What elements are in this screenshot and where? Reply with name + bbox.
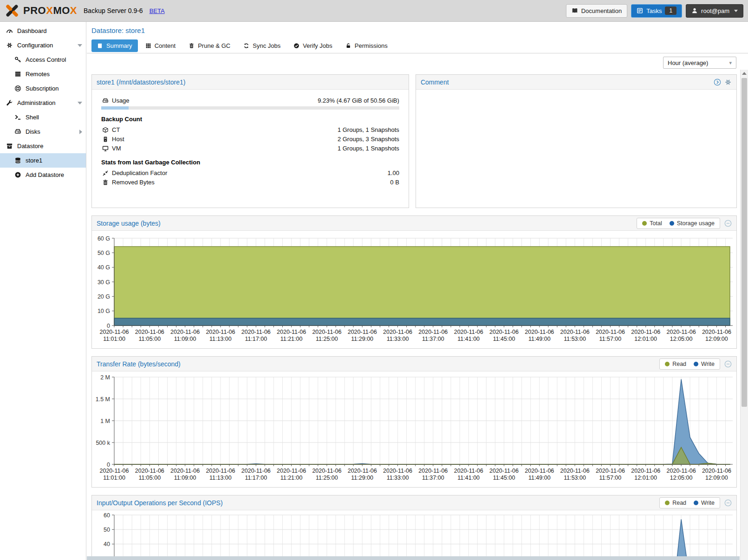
- vertical-scrollbar[interactable]: [740, 70, 748, 560]
- svg-text:11:41:00: 11:41:00: [457, 336, 480, 342]
- tab-summary[interactable]: Summary: [91, 39, 138, 52]
- scrollbar-thumb[interactable]: [741, 78, 747, 407]
- legend-entry-write[interactable]: Write: [694, 500, 715, 506]
- caret-right-icon[interactable]: [79, 130, 82, 134]
- svg-text:2020-11-06: 2020-11-06: [135, 329, 164, 335]
- svg-text:11:29:00: 11:29:00: [351, 336, 373, 342]
- caret-down-icon[interactable]: [78, 102, 82, 104]
- hdd-icon: [101, 98, 109, 104]
- legend-dot-icon: [665, 501, 670, 505]
- svg-text:12:01:00: 12:01:00: [634, 475, 657, 481]
- stat-label: Removed Bytes: [112, 179, 155, 186]
- user-menu-button[interactable]: root@pam: [686, 4, 743, 18]
- svg-text:11:17:00: 11:17:00: [245, 475, 267, 481]
- legend-entry-storage-usage[interactable]: Storage usage: [670, 220, 715, 227]
- archive-icon: [5, 143, 13, 150]
- svg-text:11:45:00: 11:45:00: [493, 475, 515, 481]
- legend-label: Write: [701, 500, 715, 506]
- tab-label: Summary: [106, 42, 132, 49]
- svg-text:2020-11-06: 2020-11-06: [631, 329, 660, 335]
- sidebar-item-remotes[interactable]: Remotes: [0, 67, 86, 81]
- tab-prune-gc[interactable]: Prune & GC: [183, 39, 236, 52]
- stat-value: 1 Groups, 1 Snapshots: [338, 126, 399, 133]
- legend-dot-icon: [670, 221, 674, 226]
- datastore-summary-panel: store1 (/mnt/datastores/store1) Usage 9.…: [91, 74, 409, 208]
- svg-text:50: 50: [104, 527, 110, 533]
- horizontal-scrollbar[interactable]: [87, 556, 740, 560]
- grid-icon: [145, 43, 151, 49]
- legend-entry-write[interactable]: Write: [694, 361, 715, 367]
- main-content: Datastore: store1 SummaryContentPrune & …: [87, 22, 748, 560]
- svg-text:11:01:00: 11:01:00: [103, 336, 125, 342]
- svg-text:11:21:00: 11:21:00: [280, 336, 303, 342]
- tab-permissions[interactable]: Permissions: [340, 39, 393, 52]
- svg-text:2020-11-06: 2020-11-06: [241, 468, 271, 474]
- server-icon: [101, 136, 109, 143]
- svg-text:2020-11-06: 2020-11-06: [596, 468, 625, 474]
- svg-text:2020-11-06: 2020-11-06: [170, 468, 200, 474]
- user-icon: [691, 7, 698, 14]
- svg-text:12:09:00: 12:09:00: [705, 336, 728, 342]
- legend-entry-total[interactable]: Total: [642, 220, 662, 227]
- legend-dot-icon: [642, 221, 647, 226]
- svg-text:2020-11-06: 2020-11-06: [277, 329, 306, 335]
- svg-text:11:45:00: 11:45:00: [493, 336, 515, 342]
- tab-label: Prune & GC: [198, 42, 230, 49]
- sidebar-item-subscription[interactable]: Subscription: [0, 81, 86, 96]
- chevron-right-circle-icon[interactable]: [714, 78, 721, 86]
- svg-text:11:21:00: 11:21:00: [280, 475, 303, 481]
- sidebar-item-label: store1: [26, 157, 42, 164]
- sidebar-item-disks[interactable]: Disks: [0, 124, 86, 139]
- sidebar-item-datastore[interactable]: Datastore: [0, 139, 86, 153]
- svg-text:10 G: 10 G: [98, 308, 110, 314]
- svg-text:2020-11-06: 2020-11-06: [99, 468, 129, 474]
- book-icon: [572, 7, 578, 14]
- stat-row-removed-bytes: Removed Bytes0 B: [101, 178, 399, 187]
- svg-text:12:09:00: 12:09:00: [705, 475, 728, 481]
- caret-down-icon[interactable]: [78, 44, 82, 47]
- tab-label: Verify Jobs: [303, 42, 332, 49]
- scroll-up-arrow-icon[interactable]: [742, 72, 747, 75]
- sidebar-item-administration[interactable]: Administration: [0, 96, 86, 110]
- beta-link[interactable]: BETA: [150, 7, 165, 14]
- sidebar-item-dashboard[interactable]: Dashboard: [0, 24, 86, 38]
- tasks-button[interactable]: Tasks 1: [631, 4, 682, 18]
- svg-text:30 G: 30 G: [98, 279, 110, 286]
- documentation-button[interactable]: Documentation: [566, 4, 627, 18]
- database-icon: [13, 157, 22, 164]
- collapse-chart-icon[interactable]: [724, 220, 732, 227]
- svg-text:2020-11-06: 2020-11-06: [312, 329, 341, 335]
- svg-text:2020-11-06: 2020-11-06: [312, 468, 341, 474]
- gear-icon[interactable]: [724, 78, 732, 86]
- chart-legend: ReadWrite: [659, 497, 720, 508]
- svg-text:2 M: 2 M: [100, 374, 110, 381]
- legend-entry-read[interactable]: Read: [665, 500, 686, 506]
- svg-text:11:17:00: 11:17:00: [245, 336, 267, 342]
- svg-text:11:49:00: 11:49:00: [528, 336, 551, 342]
- svg-text:11:01:00: 11:01:00: [103, 475, 125, 481]
- tab-sync-jobs[interactable]: Sync Jobs: [238, 39, 286, 52]
- app-header: PROXMOX Backup Server 0.9-6 BETA Documen…: [0, 0, 748, 22]
- svg-text:2020-11-06: 2020-11-06: [135, 468, 164, 474]
- tasks-count-badge: 1: [665, 7, 676, 15]
- sidebar-item-shell[interactable]: Shell: [0, 110, 86, 124]
- svg-text:2020-11-06: 2020-11-06: [206, 329, 235, 335]
- svg-text:2020-11-06: 2020-11-06: [560, 329, 590, 335]
- sidebar-item-store1[interactable]: store1: [0, 153, 86, 168]
- svg-text:2020-11-06: 2020-11-06: [170, 329, 200, 335]
- chevron-down-icon: [734, 10, 738, 12]
- svg-text:2020-11-06: 2020-11-06: [206, 468, 235, 474]
- timerange-select[interactable]: Hour (average) ▾: [663, 57, 736, 69]
- usage-row: Usage 9.23% (4.67 GiB of 50.56 GiB): [101, 96, 399, 105]
- legend-entry-read[interactable]: Read: [665, 361, 686, 367]
- tab-verify-jobs[interactable]: Verify Jobs: [288, 39, 338, 52]
- svg-text:2020-11-06: 2020-11-06: [348, 329, 377, 335]
- sidebar-item-add-datastore[interactable]: Add Datastore: [0, 168, 86, 182]
- collapse-chart-icon[interactable]: [724, 360, 732, 368]
- tab-content[interactable]: Content: [140, 39, 182, 52]
- legend-dot-icon: [665, 362, 670, 366]
- sidebar-item-access-control[interactable]: Access Control: [0, 52, 86, 67]
- gear-icon: [5, 42, 13, 49]
- sidebar-item-configuration[interactable]: Configuration: [0, 38, 86, 52]
- collapse-chart-icon[interactable]: [724, 499, 732, 507]
